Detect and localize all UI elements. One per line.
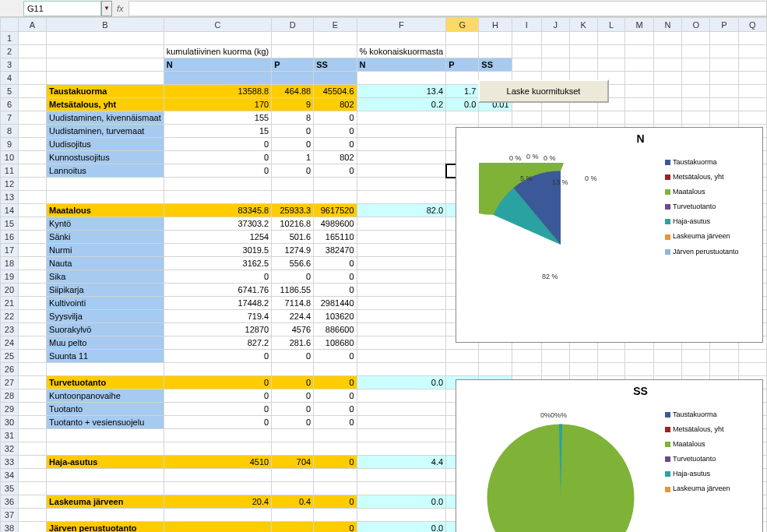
cell[interactable]: 0 — [272, 125, 314, 138]
row-header[interactable]: 32 — [1, 442, 19, 456]
cell[interactable] — [47, 442, 164, 456]
row-header[interactable]: 8 — [1, 125, 19, 138]
cell[interactable]: N — [164, 58, 271, 72]
cell[interactable]: SS — [314, 58, 357, 72]
cell[interactable] — [18, 98, 46, 111]
row-header[interactable]: 31 — [1, 429, 19, 442]
row-header[interactable]: 12 — [1, 178, 19, 191]
cell[interactable] — [357, 363, 446, 376]
cell[interactable]: 0 — [314, 257, 357, 270]
row-header[interactable]: 34 — [1, 469, 19, 482]
cell[interactable] — [18, 151, 46, 164]
cell[interactable]: Maatalous — [47, 204, 164, 217]
formula-bar[interactable] — [128, 1, 767, 16]
cell[interactable] — [164, 72, 271, 85]
cell[interactable] — [512, 32, 541, 45]
col-F[interactable]: F — [357, 18, 446, 32]
cell[interactable]: Järven perustuotanto — [47, 522, 164, 533]
cell[interactable] — [18, 495, 46, 509]
cell[interactable]: Lannoitus — [47, 164, 164, 178]
cell[interactable]: N — [357, 58, 446, 72]
cell[interactable]: 7114.8 — [272, 297, 314, 310]
cell[interactable]: 464.88 — [272, 85, 314, 98]
cell[interactable] — [653, 98, 681, 111]
cell[interactable]: 886600 — [314, 323, 357, 336]
cell[interactable]: 45504.6 — [314, 85, 357, 98]
cell[interactable] — [314, 191, 357, 204]
cell[interactable] — [357, 389, 446, 403]
cell[interactable]: 0.0 — [357, 495, 446, 509]
cell[interactable] — [625, 72, 653, 85]
cell[interactable] — [682, 363, 710, 376]
row-25[interactable]: 25Suunta 11000 — [1, 350, 767, 363]
cell[interactable] — [164, 178, 271, 191]
cell[interactable] — [682, 85, 710, 98]
cell[interactable] — [738, 98, 766, 111]
cell[interactable] — [653, 32, 681, 45]
row-1[interactable]: 1 — [1, 32, 767, 45]
cell[interactable] — [18, 125, 46, 138]
cell[interactable]: P — [446, 58, 479, 72]
cell[interactable] — [272, 522, 314, 533]
cell[interactable] — [710, 363, 738, 376]
cell[interactable] — [569, 45, 597, 58]
cell[interactable]: Sänki — [47, 231, 164, 244]
cell[interactable]: Kyntö — [47, 217, 164, 231]
cell[interactable] — [625, 363, 653, 376]
cell[interactable] — [164, 363, 271, 376]
cell[interactable] — [710, 111, 738, 125]
cell[interactable] — [682, 45, 710, 58]
col-P[interactable]: P — [710, 18, 738, 32]
row-header[interactable]: 15 — [1, 217, 19, 231]
cell[interactable]: 9 — [272, 98, 314, 111]
cell[interactable] — [18, 389, 46, 403]
cell[interactable]: 4510 — [164, 456, 271, 469]
cell[interactable]: Kunnostusojitus — [47, 151, 164, 164]
cell[interactable]: 0 — [314, 403, 357, 416]
cell[interactable] — [164, 469, 271, 482]
cell[interactable]: 0 — [314, 270, 357, 284]
cell[interactable] — [18, 429, 46, 442]
cell[interactable] — [18, 231, 46, 244]
cell[interactable]: 0 — [314, 376, 357, 389]
cell[interactable]: 13588.8 — [164, 85, 271, 98]
row-header[interactable]: 38 — [1, 522, 19, 533]
cell[interactable]: 556.6 — [272, 257, 314, 270]
column-headers[interactable]: A B C D E F G H I J K L M N O P Q — [1, 18, 767, 32]
cell[interactable] — [18, 138, 46, 151]
cell[interactable] — [18, 403, 46, 416]
cell[interactable] — [512, 58, 541, 72]
col-M[interactable]: M — [625, 18, 653, 32]
cell[interactable] — [597, 58, 625, 72]
cell[interactable]: 3019.5 — [164, 244, 271, 257]
cell[interactable] — [710, 72, 738, 85]
col-O[interactable]: O — [682, 18, 710, 32]
col-B[interactable]: B — [47, 18, 164, 32]
cell[interactable] — [710, 32, 738, 45]
cell[interactable] — [272, 509, 314, 522]
col-H[interactable]: H — [479, 18, 512, 32]
cell[interactable]: 0 — [164, 350, 271, 363]
row-header[interactable]: 5 — [1, 85, 19, 98]
cell[interactable] — [357, 72, 446, 85]
cell[interactable] — [18, 204, 46, 217]
cell[interactable]: 0 — [164, 389, 271, 403]
cell[interactable] — [18, 217, 46, 231]
row-7[interactable]: 7Uudistaminen, kivennäismaat15580 — [1, 111, 767, 125]
cell[interactable]: Uudistaminen, turvemaat — [47, 125, 164, 138]
row-header[interactable]: 16 — [1, 231, 19, 244]
cell[interactable]: 802 — [314, 98, 357, 111]
cell[interactable]: 12870 — [164, 323, 271, 336]
cell[interactable]: 0 — [314, 350, 357, 363]
cell[interactable] — [47, 469, 164, 482]
row-header[interactable]: 13 — [1, 191, 19, 204]
cell[interactable] — [18, 363, 46, 376]
cell[interactable] — [738, 72, 766, 85]
cell[interactable] — [18, 270, 46, 284]
cell[interactable]: 4576 — [272, 323, 314, 336]
cell[interactable]: 704 — [272, 456, 314, 469]
cell[interactable] — [357, 509, 446, 522]
cell[interactable]: Sika — [47, 270, 164, 284]
row-3[interactable]: 3NPSSNPSS — [1, 58, 767, 72]
cell[interactable] — [357, 403, 446, 416]
